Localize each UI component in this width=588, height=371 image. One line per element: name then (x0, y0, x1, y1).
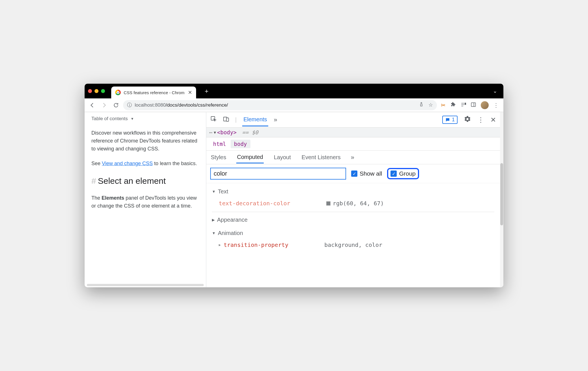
settings-icon[interactable] (464, 115, 471, 124)
svg-rect-0 (471, 103, 476, 106)
intro-paragraph: Discover new workflows in this comprehen… (91, 129, 199, 153)
property-value: background, color (324, 241, 382, 248)
horizontal-scrollbar[interactable] (87, 284, 204, 286)
section-heading: #Select an element (91, 174, 199, 188)
page-content: Table of contents ▼ Discover new workflo… (85, 112, 206, 287)
prop-transition-property[interactable]: ▶ transition-property background, color (212, 239, 494, 253)
kebab-menu-icon[interactable]: ⋮ (477, 116, 484, 124)
reading-list-icon[interactable] (460, 102, 466, 109)
filter-input[interactable] (210, 168, 346, 180)
address-bar[interactable]: ⓘ localhost:8080/docs/devtools/css/refer… (123, 100, 437, 110)
side-panel-icon[interactable] (471, 102, 476, 109)
group-label: Group (399, 170, 415, 177)
group-text-label: Text (218, 188, 228, 195)
group-appearance-label: Appearance (217, 217, 248, 223)
dom-breadcrumb: html body (206, 137, 500, 151)
group-checkbox[interactable]: ✓ Group (387, 168, 419, 179)
minimize-window-button[interactable] (95, 89, 98, 93)
show-all-checkbox[interactable]: ✓ Show all (351, 170, 382, 177)
devtools-wrap: | Elements » 1 ⋮ ✕ ⋯ ▼ <b (206, 112, 503, 287)
tab-title: CSS features reference - Chrom (124, 90, 185, 95)
messages-badge[interactable]: 1 (442, 116, 458, 124)
maximize-window-button[interactable] (101, 89, 105, 93)
site-info-icon[interactable]: ⓘ (127, 102, 132, 108)
property-name: text-decoration-color (219, 200, 326, 207)
triangle-down-icon: ▼ (212, 189, 216, 194)
triangle-right-icon[interactable]: ▶ (219, 243, 221, 247)
checkbox-checked-icon: ✓ (390, 171, 397, 177)
subtab-computed[interactable]: Computed (236, 152, 263, 163)
subtab-event-listeners[interactable]: Event Listeners (301, 152, 341, 163)
group-appearance: ▶ Appearance (212, 214, 494, 225)
view-change-css-link[interactable]: View and change CSS (102, 161, 153, 166)
toolbar-right: ✂ ⋮ (439, 101, 501, 109)
toc-toggle[interactable]: Table of contents ▼ (91, 115, 199, 122)
dom-selected-indicator: == $0 (242, 129, 258, 135)
group-animation-label: Animation (218, 230, 243, 236)
tab-close-button[interactable]: ✕ (188, 89, 192, 96)
devtools-toolbar: | Elements » 1 ⋮ ✕ (206, 112, 500, 128)
forward-button[interactable] (99, 100, 109, 110)
elements-paragraph: The Elements panel of DevTools lets you … (91, 194, 199, 210)
group-appearance-header[interactable]: ▶ Appearance (212, 214, 494, 225)
reload-button[interactable] (111, 100, 121, 110)
browser-window: CSS features reference - Chrom ✕ ＋ ⌄ ⓘ l… (85, 84, 503, 287)
bookmark-icon[interactable]: ☆ (428, 102, 433, 108)
window-controls (88, 89, 105, 93)
new-tab-button[interactable]: ＋ (203, 87, 210, 95)
inspect-element-icon[interactable] (210, 116, 217, 124)
show-all-label: Show all (360, 170, 382, 177)
menu-button[interactable]: ⋮ (493, 102, 499, 109)
chrome-favicon-icon (115, 90, 121, 95)
scrollbar-thumb[interactable] (500, 163, 503, 225)
device-toolbar-icon[interactable] (223, 116, 229, 124)
expand-triangle-icon[interactable]: ▼ (214, 130, 216, 135)
see-paragraph: See View and change CSS to learn the bas… (91, 160, 199, 168)
close-window-button[interactable] (88, 89, 92, 93)
prop-text-decoration-color[interactable]: text-decoration-color rgb(60, 64, 67) (212, 197, 494, 212)
devtools-panel: | Elements » 1 ⋮ ✕ ⋯ ▼ <b (206, 112, 500, 287)
subtab-styles[interactable]: Styles (210, 152, 227, 163)
more-tabs-icon[interactable]: » (274, 116, 277, 124)
url-text: localhost:8080/docs/devtools/css/referen… (135, 102, 228, 108)
anchor-hash[interactable]: # (91, 176, 96, 186)
close-devtools-icon[interactable]: ✕ (490, 116, 496, 124)
more-subtabs-icon[interactable]: » (351, 154, 354, 161)
dom-body-tag: <body> (217, 129, 237, 135)
browser-tab[interactable]: CSS features reference - Chrom ✕ (111, 87, 196, 98)
dom-tree-row[interactable]: ⋯ ▼ <body> == $0 (206, 128, 500, 137)
property-name: transition-property (224, 241, 324, 248)
scissors-icon[interactable]: ✂ (441, 102, 446, 109)
group-animation: ▼ Animation ▶ transition-property backgr… (212, 228, 494, 253)
content-area: Table of contents ▼ Discover new workflo… (85, 112, 503, 287)
crumb-html[interactable]: html (210, 140, 229, 148)
profile-avatar[interactable] (481, 101, 489, 109)
styles-subtabs: Styles Computed Layout Event Listeners » (206, 151, 500, 164)
chevron-down-icon: ▼ (131, 116, 134, 122)
svg-rect-3 (226, 118, 229, 121)
crumb-body[interactable]: body (231, 140, 250, 148)
tab-elements[interactable]: Elements (242, 113, 268, 126)
collapsed-indicator: ⋯ (209, 129, 213, 135)
computed-filter-row: ✓ Show all ✓ Group (206, 164, 500, 183)
vertical-scrollbar[interactable] (500, 112, 503, 287)
triangle-down-icon: ▼ (212, 231, 216, 235)
group-text-header[interactable]: ▼ Text (212, 186, 494, 197)
messages-count: 1 (452, 117, 455, 123)
subtab-layout[interactable]: Layout (273, 152, 291, 163)
back-button[interactable] (87, 100, 97, 110)
toolbar: ⓘ localhost:8080/docs/devtools/css/refer… (85, 98, 503, 112)
tabs-dropdown-button[interactable]: ⌄ (493, 88, 500, 94)
computed-properties: ▼ Text text-decoration-color rgb(60, 64,… (206, 183, 500, 261)
group-text: ▼ Text text-decoration-color rgb(60, 64,… (212, 186, 494, 212)
color-swatch-icon[interactable] (326, 201, 331, 206)
titlebar: CSS features reference - Chrom ✕ ＋ ⌄ (85, 84, 503, 98)
checkbox-checked-icon: ✓ (351, 171, 357, 177)
omnibox-actions: ☆ (419, 102, 433, 108)
property-value: rgb(60, 64, 67) (326, 200, 384, 207)
extensions-icon[interactable] (450, 102, 456, 109)
toc-label: Table of contents (91, 115, 128, 122)
group-animation-header[interactable]: ▼ Animation (212, 228, 494, 239)
triangle-right-icon: ▶ (212, 218, 215, 222)
share-icon[interactable] (419, 102, 424, 108)
